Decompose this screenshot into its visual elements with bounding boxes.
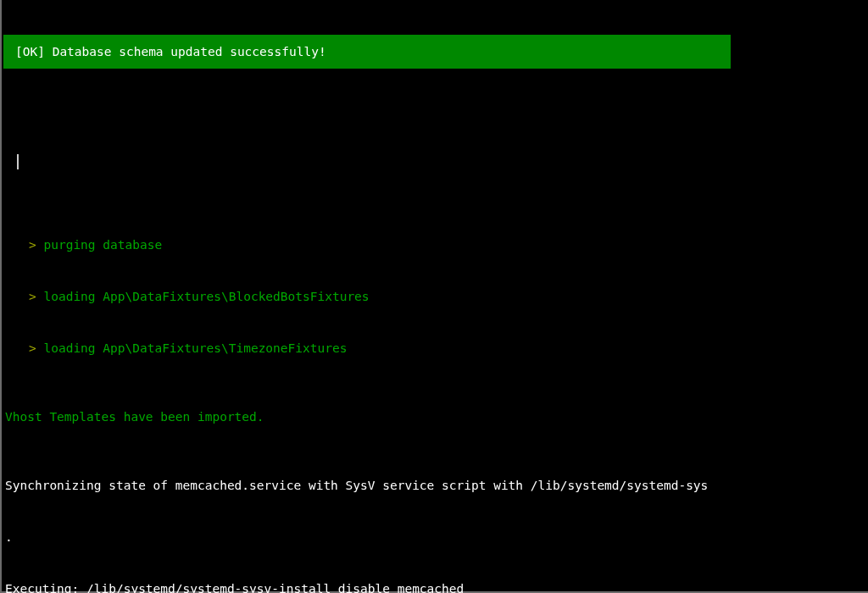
terminal-window[interactable]: [OK] Database schema updated successfull… (0, 0, 868, 593)
output-line: . (5, 529, 868, 546)
ok-banner: [OK] Database schema updated successfull… (3, 35, 731, 69)
blinking-cursor-top (5, 154, 868, 169)
output-line: Synchronizing state of memcached.service… (5, 477, 868, 494)
fixture-line-tz: > loading App\DataFixtures\TimezoneFixtu… (5, 340, 868, 357)
fixture-line-bots: > loading App\DataFixtures\BlockedBotsFi… (5, 288, 868, 305)
output-line: Executing: /lib/systemd/systemd-sysv-ins… (5, 580, 868, 593)
vhost-imported-line: Vhost Templates have been imported. (5, 408, 868, 425)
fixture-line-purging: > purging database (5, 236, 868, 253)
